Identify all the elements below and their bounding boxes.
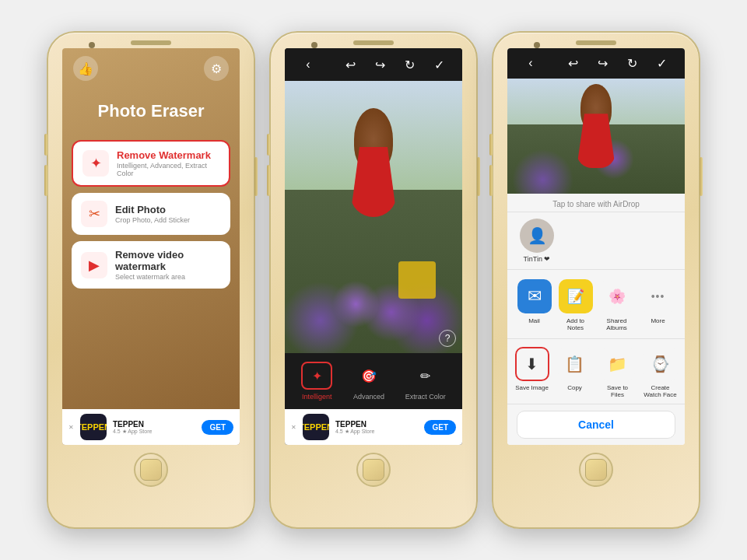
notes-icon: 📝 [559,279,593,313]
volume-up-button-3[interactable] [489,134,493,156]
action-icons-row: ⬇ Save Image 📋 Copy 📁 Save to Files ⌚ Cr… [507,339,685,404]
tool-extract-color[interactable]: ✏ Extract Color [405,362,446,401]
front-camera [89,42,95,48]
editor-toolbar: ‹ ↩ ↪ ↻ ✓ [285,48,462,81]
volume-up-button[interactable] [44,134,47,156]
mail-icon: ✉ [517,279,552,313]
undo-button[interactable]: ↩ [339,54,361,75]
watermark-icon: ✦ [82,150,109,177]
menu-sub-edit: Crop Photo, Add Sticker [115,216,190,224]
cancel-button[interactable]: Cancel [517,411,675,439]
intelligent-label: Intelligent [302,393,332,401]
share-toolbar: ‹ ↩ ↪ ↻ ✓ [507,48,685,79]
rotate-button-3[interactable]: ↻ [621,52,643,74]
done-button[interactable]: ✓ [428,54,450,75]
phone-screen-1: 👍 ⚙ Photo Eraser ✦ Remove Watermark Inte… [62,48,240,445]
back-button-2[interactable]: ‹ [297,54,319,75]
shared-albums-label: Shared Albums [599,317,635,332]
volume-down-button[interactable] [44,165,47,196]
copy-label: Copy [567,384,582,392]
rotate-button[interactable]: ↻ [398,54,420,75]
home-button-3[interactable] [579,453,613,487]
volume-down-button-3[interactable] [489,165,493,196]
video-icon: ▶ [81,252,107,278]
save-image-icon: ⬇ [515,347,549,381]
menu-sub-watermark: Intelligent, Advanced, Extract Color [117,162,219,177]
menu-list: ✦ Remove Watermark Intelligent, Advanced… [62,140,240,409]
power-button-2[interactable] [477,157,480,196]
share-shared-albums[interactable]: 🌸 Shared Albums [599,279,635,332]
preview-girl [573,84,619,177]
phone-1: 👍 ⚙ Photo Eraser ✦ Remove Watermark Inte… [47,31,255,529]
share-add-to-notes[interactable]: 📝 Add to Notes [558,279,594,332]
ad-rating-2: 4.5 ★ App Store [335,429,418,435]
done-button-3[interactable]: ✓ [651,52,672,74]
save-files-icon: 📁 [601,347,635,381]
power-button[interactable] [254,157,258,196]
ad-get-button-2[interactable]: GET [424,420,456,435]
home-button-inner-1 [140,459,162,481]
action-create-watch-face[interactable]: ⌚ Create Watch Face [643,347,679,399]
front-camera-3 [534,42,540,48]
like-button[interactable]: 👍 [73,56,98,81]
ad-text-block: TEPPEN 4.5 ★ App Store [113,420,195,435]
ad-banner-1: ✕ TEPPEN TEPPEN 4.5 ★ App Store GET [62,409,240,445]
menu-title-video: Remove video watermark [115,249,221,272]
contact-item[interactable]: 👤 TinTin ❤ [520,219,554,263]
undo-button-3[interactable]: ↩ [562,52,584,74]
screen1-header: 👍 ⚙ [62,48,240,86]
phone-top-3 [493,33,699,45]
phone-screen-2: ‹ ↩ ↪ ↻ ✓ [285,48,462,445]
menu-item-remove-watermark[interactable]: ✦ Remove Watermark Intelligent, Advanced… [72,140,230,187]
share-toolbar-right: ↩ ↪ ↻ ✓ [562,52,672,74]
settings-button[interactable]: ⚙ [204,56,229,81]
home-button-2[interactable] [356,453,391,487]
contacts-row: 👤 TinTin ❤ [507,212,685,270]
home-button-inner-3 [585,459,607,481]
ad-app-name: TEPPEN [113,420,195,429]
help-button[interactable]: ? [439,330,456,347]
back-button-3[interactable]: ‹ [520,52,542,74]
speaker-3 [576,40,616,45]
photo-background: ? [285,81,462,353]
photos-icon: 🌸 [600,279,634,313]
action-save-image[interactable]: ⬇ Save Image [514,347,550,399]
front-camera-2 [311,42,317,48]
save-image-label: Save Image [515,384,549,392]
share-more[interactable]: ••• More [640,279,676,332]
extract-color-icon: ✏ [410,362,441,390]
save-files-label: Save to Files [600,384,636,399]
speaker [131,40,171,45]
home-button-inner-2 [363,459,384,481]
share-mail[interactable]: ✉ Mail [517,279,552,332]
menu-item-edit-photo[interactable]: ✂ Edit Photo Crop Photo, Add Sticker [72,193,230,235]
contact-name: TinTin ❤ [524,255,551,263]
volume-down-button-2[interactable] [267,165,270,196]
intelligent-icon: ✦ [301,362,332,390]
selection-area [398,261,436,299]
action-copy[interactable]: 📋 Copy [557,347,593,399]
redo-button-3[interactable]: ↪ [591,52,613,74]
tool-intelligent[interactable]: ✦ Intelligent [301,362,332,401]
speaker-2 [353,40,394,45]
notes-label: Add to Notes [558,317,594,332]
power-button-3[interactable] [700,157,703,196]
menu-item-remove-video[interactable]: ▶ Remove video watermark Select watermar… [72,241,230,289]
redo-button[interactable]: ↪ [369,54,391,75]
copy-icon: 📋 [558,347,592,381]
edit-icon: ✂ [81,201,107,227]
ad-marker-2: ✕ [291,424,296,431]
action-save-to-files[interactable]: 📁 Save to Files [600,347,636,399]
tool-advanced[interactable]: 🎯 Advanced [353,362,384,401]
ad-rating: 4.5 ★ App Store [113,429,195,435]
home-button-1[interactable] [134,453,168,487]
editor-toolbar-right: ↩ ↪ ↻ ✓ [339,54,450,75]
phone-3: ‹ ↩ ↪ ↻ ✓ Tap to share wi [492,31,700,529]
menu-sub-video: Select watermark area [115,273,221,281]
ad-get-button[interactable]: GET [202,420,233,435]
menu-text-edit: Edit Photo Crop Photo, Add Sticker [115,204,190,224]
advanced-icon: 🎯 [353,362,384,390]
menu-title-edit: Edit Photo [115,204,190,215]
phone-top-2 [271,33,476,45]
volume-up-button-2[interactable] [267,134,270,156]
